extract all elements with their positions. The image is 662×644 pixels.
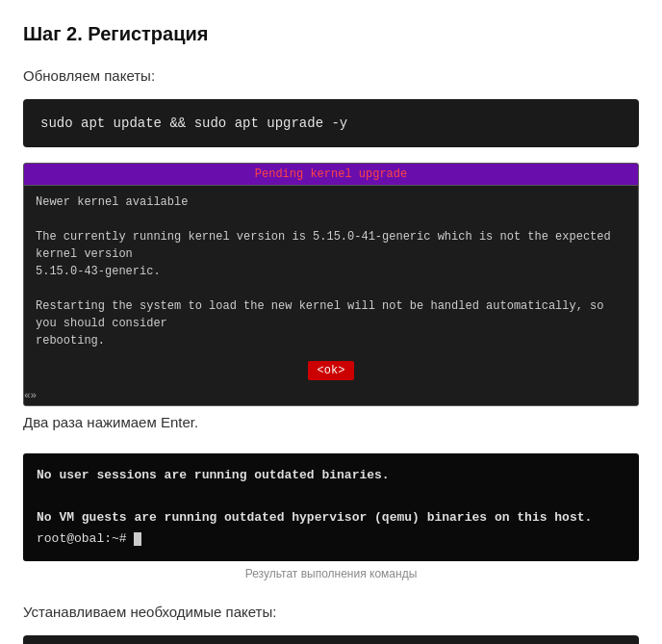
output-line3: root@obal:~# — [37, 531, 134, 546]
terminal-output-box: No user sessions are running outdated bi… — [23, 453, 639, 561]
command-text-1: sudo apt update && sudo apt upgrade -y — [40, 116, 347, 131]
command-block-2: sudo apt install wget jq build-essential… — [23, 635, 639, 644]
page-title: Шаг 2. Регистрация — [23, 19, 639, 48]
section3-label: Устанавливаем необходимые пакеты: — [23, 602, 639, 624]
cursor — [134, 532, 141, 546]
terminal-dialog-body: Newer kernel available The currently run… — [24, 186, 638, 357]
section2-label: Два раза нажимаем Enter. — [23, 412, 639, 434]
output-line2: No VM guests are running outdated hyperv… — [37, 510, 592, 525]
section1-label: Обновляем пакеты: — [23, 65, 639, 88]
terminal-nav-row: «» — [24, 386, 638, 406]
terminal-caption: Результат выполнения команды — [23, 565, 639, 582]
terminal-output-body: No user sessions are running outdated bi… — [23, 453, 639, 561]
command-block-1: sudo apt update && sudo apt upgrade -y — [23, 99, 639, 147]
output-line1: No user sessions are running outdated bi… — [37, 468, 390, 482]
terminal-dialog-title: Pending kernel upgrade — [24, 164, 638, 186]
terminal-dialog-box: Pending kernel upgrade Newer kernel avai… — [23, 163, 639, 407]
ok-button[interactable]: <ok> — [308, 361, 355, 380]
ok-row: <ok> — [24, 357, 638, 386]
